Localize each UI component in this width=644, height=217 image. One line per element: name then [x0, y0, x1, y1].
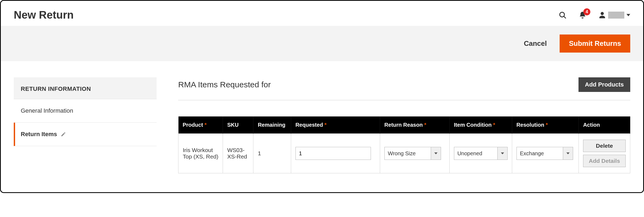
submit-returns-button[interactable]: Submit Returns	[560, 35, 630, 53]
caret-down-icon	[626, 13, 630, 17]
svg-line-1	[564, 16, 566, 18]
search-icon[interactable]	[559, 11, 567, 19]
cell-requested	[291, 134, 380, 173]
pencil-icon	[61, 132, 66, 137]
cell-condition: Unopened	[449, 134, 512, 173]
cell-resolution: Exchange	[512, 134, 578, 173]
col-remaining: Remaining	[253, 116, 291, 134]
action-bar: Cancel Submit Returns	[1, 26, 643, 61]
sidebar-heading: RETURN INFORMATION	[14, 77, 157, 99]
condition-select[interactable]	[497, 147, 508, 160]
delete-button[interactable]: Delete	[583, 140, 626, 152]
cell-action: Delete Add Details	[579, 134, 630, 173]
reason-select[interactable]	[431, 147, 441, 160]
sidebar-item-general-information[interactable]: General Information	[14, 99, 157, 123]
col-requested: Requested *	[291, 116, 380, 134]
cancel-button[interactable]: Cancel	[524, 39, 547, 48]
notification-badge: 4	[583, 8, 590, 15]
table-row: Iris Workout Top (XS, Red) WS03-XS-Red 1…	[178, 134, 630, 173]
account-menu[interactable]	[598, 11, 630, 19]
section-title: RMA Items Requested for	[178, 80, 271, 89]
cell-sku: WS03-XS-Red	[223, 134, 253, 173]
col-action: Action	[579, 116, 630, 134]
cell-remaining: 1	[253, 134, 291, 173]
sidebar-item-label: Return Items	[21, 131, 57, 138]
user-chip	[608, 12, 624, 19]
header-actions: 4	[559, 11, 630, 19]
cell-reason: Wrong Size	[380, 134, 449, 173]
user-icon	[598, 11, 606, 19]
cell-product: Iris Workout Top (XS, Red)	[178, 134, 223, 173]
content: RMA Items Requested for Add Products Pro…	[178, 77, 630, 173]
condition-select-value: Unopened	[454, 147, 497, 160]
sidebar-item-label: General Information	[21, 107, 73, 114]
col-product: Product *	[178, 116, 223, 134]
resolution-select[interactable]	[563, 147, 573, 160]
resolution-select-value: Exchange	[516, 147, 563, 160]
col-sku: SKU	[223, 116, 253, 134]
add-details-button[interactable]: Add Details	[583, 155, 626, 167]
col-resolution: Resolution *	[512, 116, 578, 134]
sidebar-item-return-items[interactable]: Return Items	[14, 123, 157, 146]
requested-input[interactable]	[295, 147, 371, 160]
table-header-row: Product * SKU Remaining Requested * Retu…	[178, 116, 630, 134]
sidebar: RETURN INFORMATION General Information R…	[14, 77, 157, 146]
col-reason: Return Reason *	[380, 116, 449, 134]
rma-items-table: Product * SKU Remaining Requested * Retu…	[178, 116, 630, 173]
notifications-icon[interactable]: 4	[578, 11, 587, 19]
reason-select-value: Wrong Size	[384, 147, 431, 160]
col-condition: Item Condition *	[449, 116, 512, 134]
add-products-button[interactable]: Add Products	[578, 77, 630, 92]
page-title: New Return	[14, 9, 74, 21]
